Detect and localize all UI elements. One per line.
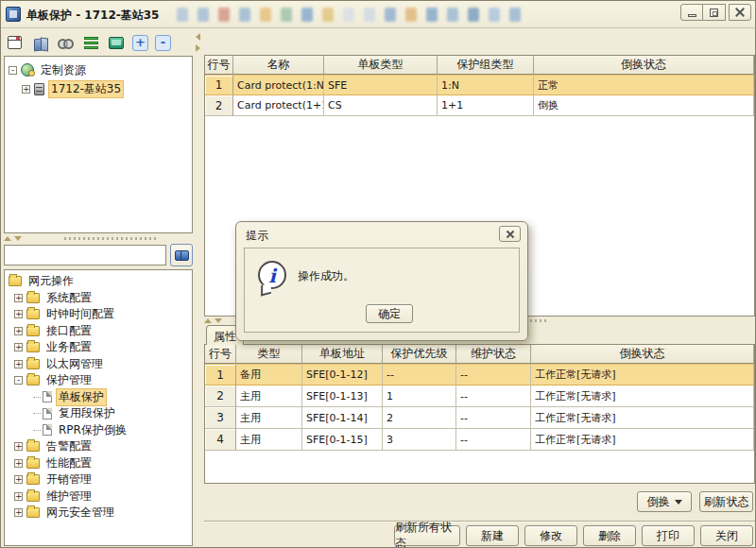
row-number-cell[interactable]: 1: [205, 364, 236, 385]
tree-item[interactable]: +告警配置: [5, 438, 192, 455]
tree-item-label[interactable]: 时钟时间配置: [43, 306, 117, 322]
table-cell[interactable]: 工作正常[无请求]: [531, 364, 754, 385]
table-cell[interactable]: --: [456, 407, 531, 429]
expand-icon[interactable]: +: [14, 442, 23, 451]
column-header[interactable]: 维护状态: [456, 345, 531, 364]
table-cell[interactable]: 主用: [236, 385, 302, 407]
print-button[interactable]: 打印: [642, 525, 695, 546]
tree-item-label[interactable]: 性能配置: [43, 455, 94, 471]
tree-item-label[interactable]: RPR保护倒换: [56, 422, 129, 438]
table-cell[interactable]: SFE[0-1-14]: [302, 407, 383, 429]
tree-item-label[interactable]: 告警配置: [43, 438, 94, 454]
expand-all-button[interactable]: +: [132, 35, 148, 51]
row-number-cell[interactable]: 2: [205, 95, 233, 116]
tree-item-label[interactable]: 1712-基站35: [48, 80, 124, 98]
tree-item-label[interactable]: 系统配置: [43, 290, 94, 306]
tree-item-label[interactable]: 定制资源: [38, 62, 89, 78]
table-cell[interactable]: Card protect(1:N)_1: [233, 75, 324, 95]
column-header[interactable]: 倒换状态: [534, 56, 754, 75]
refresh-all-status-button[interactable]: 刷新所有状态: [394, 525, 460, 546]
table-row[interactable]: 1备用SFE[0-1-12]----工作正常[无请求]: [205, 364, 754, 385]
table-cell[interactable]: SFE: [324, 75, 438, 95]
refresh-status-button[interactable]: 刷新状态: [699, 491, 753, 512]
tree-item[interactable]: +网元安全管理: [5, 505, 192, 522]
expand-icon[interactable]: +: [14, 310, 23, 318]
tree-item-label[interactable]: 业务配置: [43, 339, 94, 355]
column-header[interactable]: 保护优先级: [383, 345, 456, 364]
column-header[interactable]: 行号: [205, 345, 236, 364]
column-header[interactable]: 单板类型: [324, 56, 438, 75]
maximize-button[interactable]: [703, 4, 726, 21]
tree-item[interactable]: RPR保护倒换: [5, 422, 192, 439]
table-cell[interactable]: 备用: [236, 364, 302, 385]
close-window-button[interactable]: 关闭: [700, 525, 753, 546]
table-cell[interactable]: SFE[0-1-12]: [302, 364, 383, 385]
tree-item-label[interactable]: 以太网管理: [43, 356, 106, 372]
tree-item-label[interactable]: 保护管理: [43, 372, 94, 388]
table-cell[interactable]: --: [456, 385, 531, 407]
tree-item[interactable]: +以太网管理: [5, 356, 192, 373]
search-input[interactable]: [4, 245, 166, 265]
tree-item[interactable]: 复用段保护: [5, 405, 192, 422]
table-cell[interactable]: 正常: [534, 75, 754, 95]
expand-icon[interactable]: +: [14, 459, 23, 468]
table-cell[interactable]: 1+1: [438, 95, 534, 116]
tree-item[interactable]: +性能配置: [5, 455, 192, 472]
tree-item-label[interactable]: 开销管理: [43, 471, 94, 488]
splitter-up-icon[interactable]: [204, 318, 212, 323]
terminal-icon[interactable]: [107, 33, 126, 52]
table-cell[interactable]: SFE[0-1-15]: [302, 429, 383, 451]
tree-item[interactable]: +接口配置: [5, 323, 192, 340]
new-button[interactable]: 新建: [466, 525, 519, 546]
tree-item[interactable]: +开销管理: [5, 471, 192, 488]
switch-button[interactable]: 倒换: [637, 491, 692, 512]
minimize-button[interactable]: [680, 4, 703, 21]
tree-item[interactable]: +时钟时间配置: [5, 306, 192, 323]
table-cell[interactable]: 工作正常[无请求]: [531, 407, 754, 429]
table-row[interactable]: 4主用SFE[0-1-15]3--工作正常[无请求]: [205, 429, 754, 451]
tree-item-label[interactable]: 复用段保护: [56, 405, 118, 421]
list-icon[interactable]: [81, 33, 100, 52]
collapse-icon[interactable]: -: [9, 66, 17, 75]
vertical-splitter[interactable]: [195, 30, 203, 546]
table-cell[interactable]: --: [383, 364, 456, 385]
table-row[interactable]: 2Card protect(1+1)_68096CS1+1倒换: [205, 95, 754, 116]
collapse-right-icon[interactable]: [196, 44, 200, 52]
column-header[interactable]: 行号: [205, 56, 233, 75]
table-cell[interactable]: --: [456, 429, 531, 451]
splitter-down-icon[interactable]: [215, 318, 222, 323]
tree-item-label[interactable]: 网元安全管理: [43, 505, 117, 521]
expand-icon[interactable]: +: [14, 360, 23, 368]
delete-button[interactable]: 删除: [583, 525, 636, 546]
tree-item[interactable]: +业务配置: [5, 339, 192, 356]
find-button[interactable]: [170, 244, 193, 266]
tree-item[interactable]: 网元操作: [5, 273, 192, 290]
expand-icon[interactable]: +: [14, 475, 23, 484]
tree-item[interactable]: -保护管理: [5, 372, 192, 389]
expand-icon[interactable]: +: [22, 85, 30, 94]
table-cell[interactable]: 3: [383, 429, 456, 451]
column-header[interactable]: 单板地址: [302, 345, 383, 364]
close-button[interactable]: [729, 4, 751, 21]
tree-item[interactable]: -定制资源: [5, 60, 192, 79]
tree-item-label[interactable]: 接口配置: [43, 323, 94, 339]
table-cell[interactable]: 主用: [236, 429, 302, 451]
expand-icon[interactable]: +: [14, 327, 23, 335]
column-header[interactable]: 保护组类型: [438, 56, 534, 75]
table-row[interactable]: 2主用SFE[0-1-13]1--工作正常[无请求]: [205, 385, 754, 407]
table-cell[interactable]: CS: [324, 95, 438, 116]
ok-button[interactable]: 确定: [366, 304, 413, 323]
left-splitter[interactable]: [4, 234, 193, 243]
expand-icon[interactable]: +: [14, 343, 23, 351]
column-header[interactable]: 倒换状态: [531, 345, 754, 364]
collapse-left-icon[interactable]: [196, 33, 200, 41]
row-number-cell[interactable]: 4: [205, 429, 236, 451]
table-cell[interactable]: SFE[0-1-13]: [302, 385, 383, 407]
modify-button[interactable]: 修改: [524, 525, 577, 546]
tree-item-label[interactable]: 维护管理: [43, 488, 94, 505]
tree-item-label[interactable]: 网元操作: [26, 273, 77, 289]
table-cell[interactable]: 工作正常[无请求]: [531, 385, 754, 407]
save-icon[interactable]: [5, 33, 24, 52]
table-cell[interactable]: 1:N: [438, 75, 534, 95]
tree-item[interactable]: +系统配置: [5, 290, 192, 307]
